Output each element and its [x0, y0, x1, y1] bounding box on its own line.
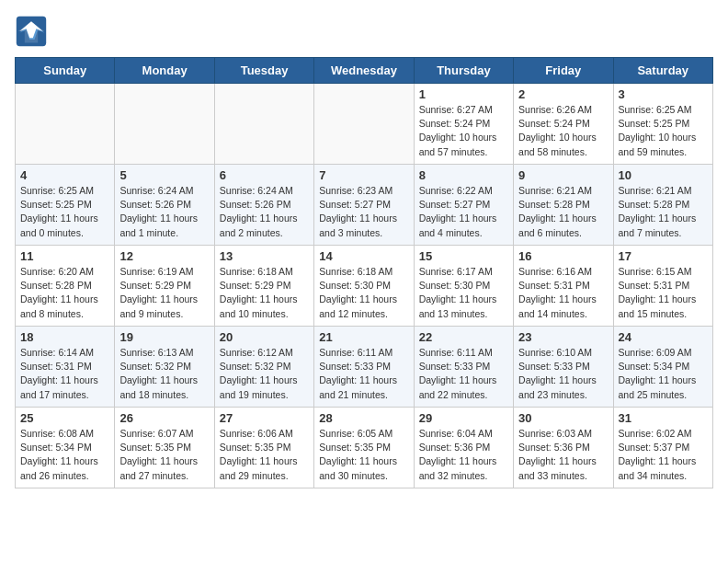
calendar-week-row: 11Sunrise: 6:20 AM Sunset: 5:28 PM Dayli… [16, 246, 713, 327]
calendar-cell: 22Sunrise: 6:11 AM Sunset: 5:33 PM Dayli… [414, 327, 513, 408]
calendar-cell [115, 84, 214, 165]
calendar-cell: 7Sunrise: 6:23 AM Sunset: 5:27 PM Daylig… [314, 165, 414, 246]
day-number: 23 [518, 330, 608, 344]
calendar-cell: 9Sunrise: 6:21 AM Sunset: 5:28 PM Daylig… [514, 165, 613, 246]
calendar-cell: 5Sunrise: 6:24 AM Sunset: 5:26 PM Daylig… [115, 165, 214, 246]
day-number: 11 [20, 249, 109, 263]
calendar-cell: 14Sunrise: 6:18 AM Sunset: 5:30 PM Dayli… [314, 246, 414, 327]
calendar-cell: 21Sunrise: 6:11 AM Sunset: 5:33 PM Dayli… [314, 327, 414, 408]
day-number: 21 [319, 330, 408, 344]
day-info: Sunrise: 6:23 AM Sunset: 5:27 PM Dayligh… [319, 184, 408, 240]
calendar-cell: 23Sunrise: 6:10 AM Sunset: 5:33 PM Dayli… [514, 327, 613, 408]
day-number: 28 [319, 411, 408, 425]
day-info: Sunrise: 6:18 AM Sunset: 5:29 PM Dayligh… [220, 265, 309, 321]
calendar-cell: 28Sunrise: 6:05 AM Sunset: 5:35 PM Dayli… [314, 408, 414, 488]
day-number: 6 [220, 168, 309, 182]
calendar-cell: 3Sunrise: 6:25 AM Sunset: 5:25 PM Daylig… [613, 84, 712, 165]
day-info: Sunrise: 6:19 AM Sunset: 5:29 PM Dayligh… [119, 265, 209, 321]
day-info: Sunrise: 6:14 AM Sunset: 5:31 PM Dayligh… [20, 346, 109, 402]
day-header-friday: Friday [514, 58, 613, 84]
calendar-cell: 30Sunrise: 6:03 AM Sunset: 5:36 PM Dayli… [514, 408, 613, 488]
day-info: Sunrise: 6:21 AM Sunset: 5:28 PM Dayligh… [619, 184, 708, 240]
day-number: 29 [419, 411, 508, 425]
day-info: Sunrise: 6:24 AM Sunset: 5:26 PM Dayligh… [220, 184, 309, 240]
calendar-week-row: 4Sunrise: 6:25 AM Sunset: 5:25 PM Daylig… [16, 165, 713, 246]
day-info: Sunrise: 6:05 AM Sunset: 5:35 PM Dayligh… [319, 427, 408, 483]
day-number: 13 [220, 249, 309, 263]
day-info: Sunrise: 6:16 AM Sunset: 5:31 PM Dayligh… [518, 265, 608, 321]
calendar-cell: 17Sunrise: 6:15 AM Sunset: 5:31 PM Dayli… [613, 246, 712, 327]
calendar-cell: 12Sunrise: 6:19 AM Sunset: 5:29 PM Dayli… [115, 246, 214, 327]
calendar-cell: 8Sunrise: 6:22 AM Sunset: 5:27 PM Daylig… [414, 165, 513, 246]
calendar-cell: 19Sunrise: 6:13 AM Sunset: 5:32 PM Dayli… [115, 327, 214, 408]
calendar-cell: 4Sunrise: 6:25 AM Sunset: 5:25 PM Daylig… [16, 165, 115, 246]
calendar-cell: 25Sunrise: 6:08 AM Sunset: 5:34 PM Dayli… [16, 408, 115, 488]
day-info: Sunrise: 6:02 AM Sunset: 5:37 PM Dayligh… [619, 427, 708, 483]
day-info: Sunrise: 6:13 AM Sunset: 5:32 PM Dayligh… [119, 346, 209, 402]
day-number: 16 [518, 249, 608, 263]
calendar-cell: 1Sunrise: 6:27 AM Sunset: 5:24 PM Daylig… [414, 84, 513, 165]
day-number: 3 [619, 87, 708, 101]
day-header-wednesday: Wednesday [314, 58, 414, 84]
calendar-cell: 26Sunrise: 6:07 AM Sunset: 5:35 PM Dayli… [115, 408, 214, 488]
day-number: 5 [119, 168, 209, 182]
calendar-cell: 13Sunrise: 6:18 AM Sunset: 5:29 PM Dayli… [214, 246, 313, 327]
day-info: Sunrise: 6:06 AM Sunset: 5:35 PM Dayligh… [220, 427, 309, 483]
day-number: 4 [20, 168, 109, 182]
day-info: Sunrise: 6:10 AM Sunset: 5:33 PM Dayligh… [518, 346, 608, 402]
day-info: Sunrise: 6:18 AM Sunset: 5:30 PM Dayligh… [319, 265, 408, 321]
day-info: Sunrise: 6:22 AM Sunset: 5:27 PM Dayligh… [419, 184, 508, 240]
day-header-saturday: Saturday [613, 58, 712, 84]
day-number: 18 [20, 330, 109, 344]
day-number: 1 [419, 87, 508, 101]
day-number: 22 [419, 330, 508, 344]
day-number: 20 [220, 330, 309, 344]
day-number: 27 [220, 411, 309, 425]
day-number: 26 [119, 411, 209, 425]
calendar-week-row: 25Sunrise: 6:08 AM Sunset: 5:34 PM Dayli… [16, 408, 713, 488]
day-info: Sunrise: 6:25 AM Sunset: 5:25 PM Dayligh… [619, 103, 708, 159]
day-number: 17 [619, 249, 708, 263]
calendar-cell: 24Sunrise: 6:09 AM Sunset: 5:34 PM Dayli… [613, 327, 712, 408]
day-number: 8 [419, 168, 508, 182]
day-header-thursday: Thursday [414, 58, 513, 84]
day-number: 14 [319, 249, 408, 263]
calendar-header-row: SundayMondayTuesdayWednesdayThursdayFrid… [16, 58, 713, 84]
calendar-week-row: 1Sunrise: 6:27 AM Sunset: 5:24 PM Daylig… [16, 84, 713, 165]
day-info: Sunrise: 6:03 AM Sunset: 5:36 PM Dayligh… [518, 427, 608, 483]
day-info: Sunrise: 6:24 AM Sunset: 5:26 PM Dayligh… [119, 184, 209, 240]
day-header-tuesday: Tuesday [214, 58, 313, 84]
day-info: Sunrise: 6:11 AM Sunset: 5:33 PM Dayligh… [319, 346, 408, 402]
day-number: 19 [119, 330, 209, 344]
page-header [15, 15, 713, 48]
day-info: Sunrise: 6:07 AM Sunset: 5:35 PM Dayligh… [119, 427, 209, 483]
day-info: Sunrise: 6:12 AM Sunset: 5:32 PM Dayligh… [220, 346, 309, 402]
day-number: 9 [518, 168, 608, 182]
calendar-cell [214, 84, 313, 165]
day-info: Sunrise: 6:20 AM Sunset: 5:28 PM Dayligh… [20, 265, 109, 321]
calendar-cell: 31Sunrise: 6:02 AM Sunset: 5:37 PM Dayli… [613, 408, 712, 488]
calendar-cell: 11Sunrise: 6:20 AM Sunset: 5:28 PM Dayli… [16, 246, 115, 327]
day-info: Sunrise: 6:15 AM Sunset: 5:31 PM Dayligh… [619, 265, 708, 321]
day-number: 10 [619, 168, 708, 182]
day-header-monday: Monday [115, 58, 214, 84]
day-number: 24 [619, 330, 708, 344]
day-info: Sunrise: 6:27 AM Sunset: 5:24 PM Dayligh… [419, 103, 508, 159]
calendar-cell: 6Sunrise: 6:24 AM Sunset: 5:26 PM Daylig… [214, 165, 313, 246]
day-number: 2 [518, 87, 608, 101]
day-info: Sunrise: 6:09 AM Sunset: 5:34 PM Dayligh… [619, 346, 708, 402]
calendar-week-row: 18Sunrise: 6:14 AM Sunset: 5:31 PM Dayli… [16, 327, 713, 408]
day-info: Sunrise: 6:11 AM Sunset: 5:33 PM Dayligh… [419, 346, 508, 402]
day-number: 30 [518, 411, 608, 425]
calendar-cell: 18Sunrise: 6:14 AM Sunset: 5:31 PM Dayli… [16, 327, 115, 408]
calendar-cell: 16Sunrise: 6:16 AM Sunset: 5:31 PM Dayli… [514, 246, 613, 327]
day-number: 31 [619, 411, 708, 425]
day-info: Sunrise: 6:26 AM Sunset: 5:24 PM Dayligh… [518, 103, 608, 159]
logo-icon [15, 15, 48, 48]
calendar-cell: 20Sunrise: 6:12 AM Sunset: 5:32 PM Dayli… [214, 327, 313, 408]
calendar-cell [16, 84, 115, 165]
logo [15, 15, 53, 48]
calendar-cell: 15Sunrise: 6:17 AM Sunset: 5:30 PM Dayli… [414, 246, 513, 327]
calendar-cell: 2Sunrise: 6:26 AM Sunset: 5:24 PM Daylig… [514, 84, 613, 165]
day-info: Sunrise: 6:21 AM Sunset: 5:28 PM Dayligh… [518, 184, 608, 240]
